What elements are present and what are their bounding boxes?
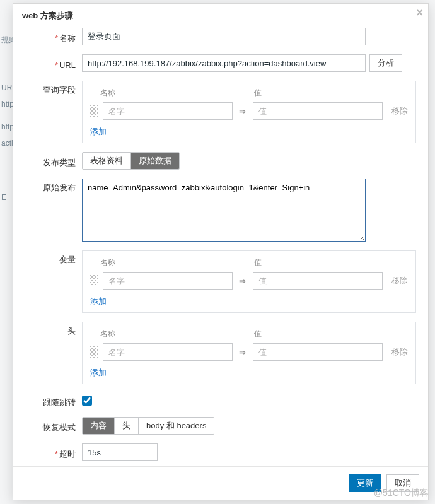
- headers-name-input[interactable]: [103, 343, 233, 361]
- retrieve-content[interactable]: 内容: [83, 418, 115, 434]
- query-value-input[interactable]: [253, 102, 383, 120]
- name-label: *名称: [22, 29, 82, 44]
- modal-title: web 方案步骤: [22, 11, 73, 20]
- vars-value-input[interactable]: [253, 272, 383, 290]
- vars-row: ⇒ 移除: [90, 272, 408, 290]
- retrieve-head[interactable]: 头: [115, 418, 139, 434]
- drag-handle-icon[interactable]: [90, 275, 98, 286]
- post-type-form[interactable]: 表格资料: [83, 153, 131, 169]
- vars-remove-link[interactable]: 移除: [392, 275, 408, 286]
- url-label: *URL: [22, 57, 82, 70]
- query-fields-box: 名称 值 ⇒ 移除 添加: [82, 81, 416, 143]
- headers-remove-link[interactable]: 移除: [392, 346, 408, 358]
- timeout-input[interactable]: [82, 443, 158, 461]
- post-type-raw[interactable]: 原始数据: [131, 153, 179, 169]
- modal-header: web 方案步骤 ×: [13, 4, 428, 28]
- vars-box: 名称 值 ⇒ 移除 添加: [82, 250, 416, 313]
- timeout-label: *超时: [22, 445, 82, 460]
- drag-handle-icon[interactable]: [90, 346, 98, 358]
- post-type-toggle: 表格资料 原始数据: [82, 152, 180, 170]
- query-row: ⇒ 移除: [90, 102, 408, 120]
- modal-footer: 更新 取消: [13, 466, 428, 500]
- vars-label: 变量: [22, 250, 82, 266]
- arrow-icon: ⇒: [238, 348, 248, 357]
- query-col-name: 名称: [100, 88, 239, 98]
- headers-row: ⇒ 移除: [90, 343, 408, 361]
- arrow-icon: ⇒: [238, 276, 248, 286]
- raw-post-label: 原始发布: [22, 179, 82, 194]
- web-step-modal: web 方案步骤 × *名称 *URL 分析 查询字段 名称: [13, 3, 429, 500]
- headers-box: 名称 值 ⇒ 移除 添加: [82, 322, 416, 384]
- follow-checkbox[interactable]: [82, 396, 92, 406]
- raw-post-textarea[interactable]: name=Admin&password=zabbix&autologin=1&e…: [82, 179, 366, 242]
- headers-label: 头: [22, 322, 82, 337]
- query-name-input[interactable]: [103, 102, 233, 120]
- retrieve-mode-toggle: 内容 头 body 和 headers: [82, 417, 214, 435]
- headers-value-input[interactable]: [253, 343, 383, 361]
- url-input[interactable]: [82, 54, 366, 72]
- modal-body: *名称 *URL 分析 查询字段 名称 值: [13, 28, 428, 466]
- vars-name-input[interactable]: [103, 272, 233, 290]
- query-remove-link[interactable]: 移除: [392, 105, 408, 117]
- cancel-button[interactable]: 取消: [386, 474, 419, 492]
- query-col-value: 值: [254, 88, 408, 98]
- retrieve-label: 恢复模式: [22, 418, 82, 433]
- retrieve-body-headers[interactable]: body 和 headers: [139, 418, 214, 434]
- vars-add-link[interactable]: 添加: [90, 296, 107, 307]
- follow-label: 跟随跳转: [22, 393, 82, 408]
- name-input[interactable]: [82, 28, 366, 45]
- drag-handle-icon[interactable]: [90, 105, 98, 117]
- update-button[interactable]: 更新: [349, 474, 381, 492]
- query-add-link[interactable]: 添加: [90, 126, 107, 138]
- headers-add-link[interactable]: 添加: [90, 367, 107, 378]
- close-icon[interactable]: ×: [416, 6, 423, 20]
- analyze-button[interactable]: 分析: [369, 54, 402, 72]
- post-type-label: 发布类型: [22, 153, 82, 168]
- query-label: 查询字段: [22, 81, 82, 96]
- arrow-icon: ⇒: [238, 107, 248, 116]
